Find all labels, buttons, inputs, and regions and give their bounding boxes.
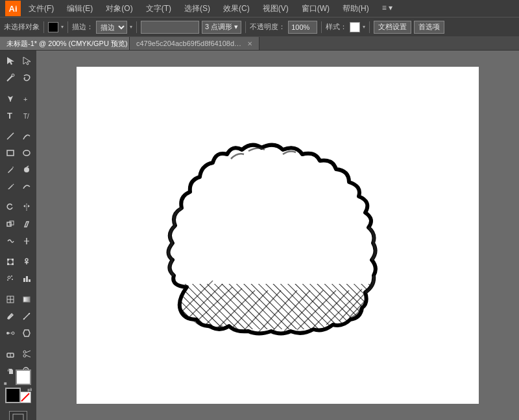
lasso-tool[interactable] [19,70,34,86]
svg-rect-62 [174,284,381,329]
stroke-dropdown-arrow[interactable]: ▾ [61,24,64,30]
style-label: 样式： [326,22,347,32]
menu-object[interactable]: 对象(O) [103,2,135,16]
puppet-warp-tool[interactable] [19,254,34,270]
mesh-tool[interactable] [3,292,18,307]
svg-point-11 [24,167,29,172]
arc-tool[interactable] [19,128,34,144]
point-shape-btn[interactable]: 3 点调形 ▾ [202,21,241,34]
svg-point-3 [12,74,14,76]
svg-rect-35 [23,278,25,282]
svg-rect-37 [29,279,30,282]
svg-line-13 [13,184,14,185]
opacity-input[interactable] [288,21,317,34]
svg-point-46 [6,332,9,334]
more-menu[interactable]: ≡ ▾ [380,2,395,16]
symbol-sprayer-tool[interactable] [3,271,18,286]
svg-rect-19 [10,221,14,225]
line-segment-tool[interactable] [3,128,18,144]
tab-document-1[interactable]: 未标题-1* @ 200% (CMYK/GPU 预览) ✕ [0,37,130,50]
doc-settings-button[interactable]: 文档设置 [374,21,411,34]
point-shape-input[interactable] [141,21,199,34]
gradient-tool[interactable] [19,292,34,307]
svg-line-43 [23,313,30,320]
eraser-tool[interactable] [3,346,18,362]
width-tool[interactable] [19,233,34,249]
menu-edit[interactable]: 编辑(E) [64,2,95,16]
svg-point-10 [23,150,30,156]
paintbrush-tool[interactable] [3,162,18,178]
menu-window[interactable]: 窗口(W) [299,2,332,16]
rotate-tool[interactable] [3,200,18,215]
svg-line-2 [7,76,12,81]
tab-document-2[interactable]: c479e5c204acb69f5d8f64108d6dff9eafca586f… [130,37,260,50]
pencil-tool[interactable] [3,179,18,194]
left-toolbar: + T T/ [0,51,36,420]
type-tool[interactable]: T [3,108,18,123]
svg-rect-26 [7,263,9,265]
svg-marker-1 [23,57,30,65]
screen-mode-button[interactable] [9,411,27,420]
svg-line-54 [26,355,30,357]
svg-text:T: T [7,111,12,120]
blend-tool[interactable] [3,325,18,341]
blob-brush-tool[interactable] [19,162,34,178]
menu-bar[interactable]: 文件(F) 编辑(E) 对象(O) 文字(T) 选择(S) 效果(C) 视图(V… [26,2,395,16]
svg-point-34 [7,279,8,281]
preferences-button[interactable]: 首选项 [414,21,444,34]
cloud-artwork [122,119,433,352]
touch-type-tool[interactable]: T/ [19,108,34,123]
scale-tool[interactable] [3,216,18,232]
svg-point-31 [8,276,10,279]
pen-tool[interactable] [3,91,18,106]
svg-point-33 [12,279,13,280]
svg-marker-17 [28,205,30,207]
scissors-tool[interactable] [19,346,34,362]
menu-file[interactable]: 文件(F) [26,2,56,16]
direct-selection-tool[interactable] [19,53,34,69]
measure-tool[interactable] [19,309,34,324]
magic-wand-tool[interactable] [3,70,18,86]
svg-point-52 [23,355,26,357]
menu-select[interactable]: 选择(S) [182,2,213,16]
selection-tools-row [0,53,36,69]
no-selection-label: 未选择对象 [4,22,40,32]
stroke-color-swatch[interactable] [48,22,58,32]
shear-tool[interactable] [19,216,34,232]
column-graph-tool[interactable] [19,271,34,286]
svg-rect-9 [7,150,14,156]
menu-effect[interactable]: 效果(C) [221,2,252,16]
menu-text[interactable]: 文字(T) [143,2,174,16]
svg-rect-25 [12,259,14,261]
menu-help[interactable]: 帮助(H) [340,2,372,16]
style-swatch[interactable] [350,22,360,32]
draw-mode-select[interactable]: 描边 [96,21,127,34]
tab-bar: 未标题-1* @ 200% (CMYK/GPU 预览) ✕ c479e5c204… [0,36,519,51]
selection-tool[interactable] [3,53,18,69]
foreground-color-swatch[interactable] [5,388,21,403]
none-swatch[interactable] [19,391,31,403]
canvas-area[interactable] [36,51,519,420]
warp-tool[interactable] [3,233,18,249]
background-color-swatch[interactable] [16,369,31,385]
reflect-tool[interactable] [19,200,34,215]
svg-point-28 [25,259,28,261]
smooth-tool[interactable] [19,179,34,194]
add-anchor-tool[interactable]: + [19,91,34,106]
swap-colors-button[interactable]: ⇄ [27,386,32,393]
style-dropdown-arrow[interactable]: ▾ [363,24,365,30]
draw-mode-arrow[interactable]: ▾ [130,24,132,30]
live-paint-bucket-tool[interactable] [19,325,34,341]
reset-colors-button[interactable]: ■ [4,380,7,386]
ellipse-tool[interactable] [19,145,34,161]
main-area: + T T/ [0,51,519,420]
tab-close-2[interactable]: ✕ [247,40,252,47]
svg-rect-27 [12,263,14,265]
eyedropper-tool[interactable] [3,309,18,324]
svg-point-32 [11,275,12,277]
svg-line-12 [27,166,29,167]
menu-view[interactable]: 视图(V) [260,2,291,16]
rectangle-tool[interactable] [3,145,18,161]
free-transform-tool[interactable] [3,254,18,270]
svg-text:+: + [23,95,27,103]
